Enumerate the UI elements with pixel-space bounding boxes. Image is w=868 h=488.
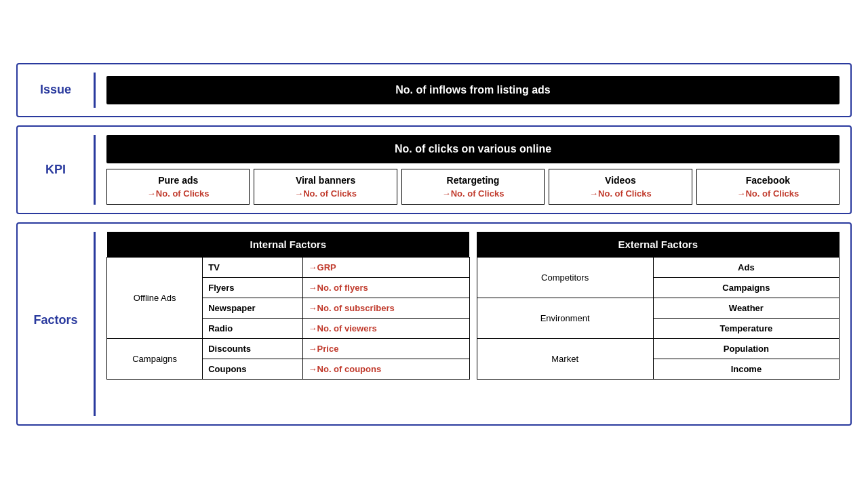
external-header: External Factors — [477, 232, 840, 258]
kpi-box-title: Viral banners — [258, 175, 392, 186]
metric-cell: →Price — [309, 344, 339, 354]
issue-label: Issue — [28, 83, 83, 97]
kpi-box-metric: →No. of Clicks — [111, 188, 245, 199]
group-cell: Campaigns — [107, 338, 203, 379]
ext-group-cell: Environment — [477, 298, 653, 338]
metric-cell: →GRP — [309, 262, 336, 272]
kpi-box-metric: →No. of Clicks — [406, 188, 540, 199]
metric-cell: →No. of flyers — [309, 283, 368, 293]
ext-item-cell: Income — [653, 359, 839, 379]
group-cell: Offline Ads — [107, 257, 203, 338]
issue-content: No. of inflows from listing ads — [106, 76, 840, 104]
kpi-box-metric: →No. of Clicks — [553, 188, 687, 199]
item-cell: TV — [203, 257, 302, 277]
factors-divider — [94, 232, 96, 416]
metric-cell: →No. of subscribers — [309, 303, 395, 313]
factors-content: Internal Factors Offline AdsTV→GRPFlyers… — [106, 232, 840, 380]
table-row: EnvironmentWeather — [477, 298, 840, 318]
issue-header: No. of inflows from listing ads — [106, 76, 840, 104]
table-row: MarketPopulation — [477, 338, 840, 359]
kpi-box-metric: →No. of Clicks — [258, 188, 392, 199]
external-factors-table: External Factors CompetitorsAdsCampaigns… — [477, 232, 840, 380]
ext-item-cell: Temperature — [653, 318, 839, 338]
kpi-box: Facebook→No. of Clicks — [696, 169, 840, 205]
factors-label: Factors — [28, 232, 83, 327]
table-row: CampaignsDiscounts→Price — [107, 338, 470, 359]
item-cell: Discounts — [203, 338, 302, 359]
kpi-section: KPI No. of clicks on various online Pure… — [16, 125, 852, 214]
factors-section: Factors Internal Factors Offline AdsTV→G… — [16, 222, 852, 426]
metric-cell: →No. of viewers — [309, 323, 377, 333]
kpi-boxes: Pure ads→No. of ClicksViral banners→No. … — [106, 169, 840, 205]
item-cell: Flyers — [203, 277, 302, 298]
table-row: Offline AdsTV→GRP — [107, 257, 470, 277]
kpi-box-title: Pure ads — [111, 175, 245, 186]
ext-item-cell: Ads — [653, 257, 839, 277]
kpi-label: KPI — [28, 163, 83, 177]
ext-item-cell: Campaigns — [653, 277, 839, 298]
internal-header: Internal Factors — [107, 232, 470, 258]
kpi-divider — [94, 135, 96, 205]
kpi-box-title: Videos — [553, 175, 687, 186]
kpi-box-title: Facebook — [701, 175, 835, 186]
item-cell: Newspaper — [203, 298, 302, 318]
kpi-box-title: Retargeting — [406, 175, 540, 186]
kpi-header: No. of clicks on various online — [106, 135, 840, 163]
internal-factors-table: Internal Factors Offline AdsTV→GRPFlyers… — [106, 232, 470, 380]
ext-item-cell: Weather — [653, 298, 839, 318]
table-row: CompetitorsAds — [477, 257, 840, 277]
metric-cell: →No. of coupons — [309, 364, 382, 374]
item-cell: Coupons — [203, 359, 302, 379]
kpi-box: Retargeting→No. of Clicks — [401, 169, 545, 205]
issue-divider — [94, 73, 96, 108]
item-cell: Radio — [203, 318, 302, 338]
kpi-box: Pure ads→No. of Clicks — [106, 169, 250, 205]
ext-group-cell: Competitors — [477, 257, 653, 298]
kpi-box-metric: →No. of Clicks — [701, 188, 835, 199]
kpi-content: No. of clicks on various online Pure ads… — [106, 135, 840, 205]
kpi-box: Viral banners→No. of Clicks — [254, 169, 397, 205]
ext-item-cell: Population — [653, 338, 839, 359]
kpi-box: Videos→No. of Clicks — [549, 169, 692, 205]
issue-section: Issue No. of inflows from listing ads — [16, 63, 852, 117]
ext-group-cell: Market — [477, 338, 653, 379]
